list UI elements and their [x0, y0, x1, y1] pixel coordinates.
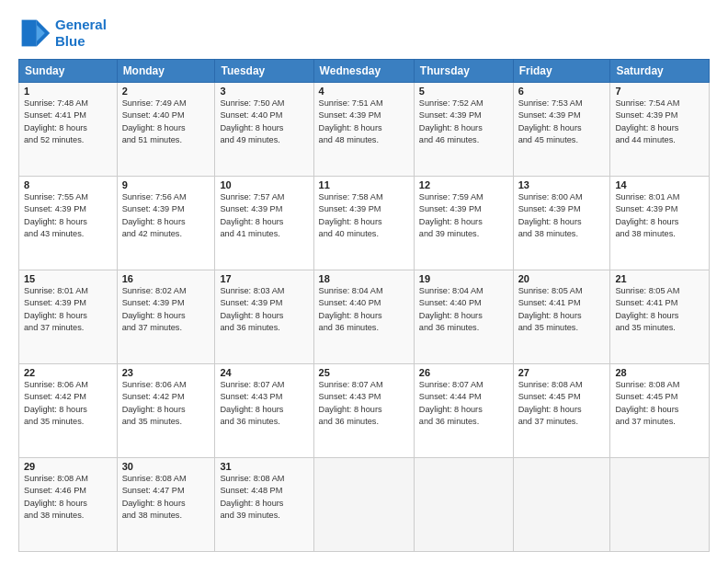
day-info: Sunrise: 8:05 AM Sunset: 4:41 PM Dayligh…: [518, 285, 606, 334]
day-cell: 11Sunrise: 7:58 AM Sunset: 4:39 PM Dayli…: [313, 177, 414, 270]
day-info: Sunrise: 8:08 AM Sunset: 4:47 PM Dayligh…: [122, 473, 210, 522]
day-number: 22: [24, 367, 112, 378]
day-cell: 10Sunrise: 7:57 AM Sunset: 4:39 PM Dayli…: [215, 177, 313, 270]
day-number: 9: [122, 179, 210, 190]
day-number: 7: [615, 86, 704, 97]
day-number: 6: [518, 86, 606, 97]
day-cell: 13Sunrise: 8:00 AM Sunset: 4:39 PM Dayli…: [513, 177, 610, 270]
col-header-thursday: Thursday: [414, 60, 513, 83]
day-info: Sunrise: 7:50 AM Sunset: 4:40 PM Dayligh…: [220, 98, 308, 146]
header: General Blue: [18, 17, 710, 50]
day-cell: 19Sunrise: 8:04 AM Sunset: 4:40 PM Dayli…: [414, 270, 513, 364]
day-number: 5: [419, 86, 508, 97]
day-number: 11: [319, 179, 409, 190]
day-info: Sunrise: 7:58 AM Sunset: 4:39 PM Dayligh…: [319, 191, 409, 240]
day-info: Sunrise: 7:54 AM Sunset: 4:39 PM Dayligh…: [615, 98, 704, 146]
col-header-sunday: Sunday: [19, 60, 118, 83]
week-row-5: 29Sunrise: 8:08 AM Sunset: 4:46 PM Dayli…: [19, 458, 710, 552]
day-number: 23: [122, 367, 210, 378]
day-info: Sunrise: 7:57 AM Sunset: 4:39 PM Dayligh…: [220, 191, 308, 240]
day-cell: 9Sunrise: 7:56 AM Sunset: 4:39 PM Daylig…: [117, 177, 215, 270]
col-header-tuesday: Tuesday: [215, 60, 313, 83]
day-info: Sunrise: 7:49 AM Sunset: 4:40 PM Dayligh…: [122, 98, 210, 146]
day-number: 13: [518, 179, 606, 190]
col-header-saturday: Saturday: [610, 60, 710, 83]
day-info: Sunrise: 8:02 AM Sunset: 4:39 PM Dayligh…: [122, 285, 210, 334]
day-info: Sunrise: 8:04 AM Sunset: 4:40 PM Dayligh…: [419, 285, 508, 334]
day-number: 26: [419, 367, 508, 378]
day-number: 18: [319, 273, 409, 284]
day-number: 30: [122, 461, 210, 472]
day-cell: [610, 458, 710, 552]
day-cell: 2Sunrise: 7:49 AM Sunset: 4:40 PM Daylig…: [117, 83, 215, 177]
day-cell: [513, 458, 610, 552]
day-info: Sunrise: 7:48 AM Sunset: 4:41 PM Dayligh…: [24, 98, 112, 146]
header-row: SundayMondayTuesdayWednesdayThursdayFrid…: [19, 60, 710, 83]
day-cell: 31Sunrise: 8:08 AM Sunset: 4:48 PM Dayli…: [215, 458, 313, 552]
day-number: 29: [24, 461, 112, 472]
day-number: 21: [615, 273, 704, 284]
day-number: 25: [319, 367, 409, 378]
day-cell: 5Sunrise: 7:52 AM Sunset: 4:39 PM Daylig…: [414, 83, 513, 177]
day-info: Sunrise: 7:59 AM Sunset: 4:39 PM Dayligh…: [419, 191, 508, 240]
day-number: 28: [615, 367, 704, 378]
logo: General Blue: [18, 17, 107, 50]
day-cell: 6Sunrise: 7:53 AM Sunset: 4:39 PM Daylig…: [513, 83, 610, 177]
day-info: Sunrise: 8:04 AM Sunset: 4:40 PM Dayligh…: [319, 285, 409, 334]
day-cell: 29Sunrise: 8:08 AM Sunset: 4:46 PM Dayli…: [19, 458, 118, 552]
day-cell: 14Sunrise: 8:01 AM Sunset: 4:39 PM Dayli…: [610, 177, 710, 270]
day-cell: 16Sunrise: 8:02 AM Sunset: 4:39 PM Dayli…: [117, 270, 215, 364]
day-number: 15: [24, 273, 112, 284]
day-cell: 18Sunrise: 8:04 AM Sunset: 4:40 PM Dayli…: [313, 270, 414, 364]
day-number: 27: [518, 367, 606, 378]
day-info: Sunrise: 8:01 AM Sunset: 4:39 PM Dayligh…: [615, 191, 704, 240]
day-cell: 3Sunrise: 7:50 AM Sunset: 4:40 PM Daylig…: [215, 83, 313, 177]
day-cell: 24Sunrise: 8:07 AM Sunset: 4:43 PM Dayli…: [215, 364, 313, 458]
day-number: 1: [24, 86, 112, 97]
day-cell: 30Sunrise: 8:08 AM Sunset: 4:47 PM Dayli…: [117, 458, 215, 552]
day-cell: 15Sunrise: 8:01 AM Sunset: 4:39 PM Dayli…: [19, 270, 118, 364]
day-number: 17: [220, 273, 308, 284]
day-cell: 28Sunrise: 8:08 AM Sunset: 4:45 PM Dayli…: [610, 364, 710, 458]
day-cell: 20Sunrise: 8:05 AM Sunset: 4:41 PM Dayli…: [513, 270, 610, 364]
day-info: Sunrise: 8:08 AM Sunset: 4:45 PM Dayligh…: [518, 379, 606, 428]
day-info: Sunrise: 7:52 AM Sunset: 4:39 PM Dayligh…: [419, 98, 508, 146]
week-row-2: 8Sunrise: 7:55 AM Sunset: 4:39 PM Daylig…: [19, 177, 710, 270]
day-info: Sunrise: 8:01 AM Sunset: 4:39 PM Dayligh…: [24, 285, 112, 334]
day-info: Sunrise: 8:08 AM Sunset: 4:46 PM Dayligh…: [24, 473, 112, 522]
day-info: Sunrise: 8:07 AM Sunset: 4:43 PM Dayligh…: [319, 379, 409, 428]
day-info: Sunrise: 8:07 AM Sunset: 4:44 PM Dayligh…: [419, 379, 508, 428]
day-info: Sunrise: 8:05 AM Sunset: 4:41 PM Dayligh…: [615, 285, 704, 334]
svg-rect-2: [22, 20, 37, 47]
day-number: 2: [122, 86, 210, 97]
col-header-monday: Monday: [117, 60, 215, 83]
day-number: 20: [518, 273, 606, 284]
day-number: 3: [220, 86, 308, 97]
col-header-friday: Friday: [513, 60, 610, 83]
day-cell: 12Sunrise: 7:59 AM Sunset: 4:39 PM Dayli…: [414, 177, 513, 270]
day-number: 12: [419, 179, 508, 190]
logo-icon: [18, 17, 51, 50]
day-cell: 7Sunrise: 7:54 AM Sunset: 4:39 PM Daylig…: [610, 83, 710, 177]
day-number: 31: [220, 461, 308, 472]
day-cell: [414, 458, 513, 552]
day-number: 14: [615, 179, 704, 190]
day-cell: 8Sunrise: 7:55 AM Sunset: 4:39 PM Daylig…: [19, 177, 118, 270]
day-info: Sunrise: 8:03 AM Sunset: 4:39 PM Dayligh…: [220, 285, 308, 334]
day-cell: 4Sunrise: 7:51 AM Sunset: 4:39 PM Daylig…: [313, 83, 414, 177]
day-number: 16: [122, 273, 210, 284]
day-info: Sunrise: 8:08 AM Sunset: 4:48 PM Dayligh…: [220, 473, 308, 522]
day-cell: [313, 458, 414, 552]
week-row-4: 22Sunrise: 8:06 AM Sunset: 4:42 PM Dayli…: [19, 364, 710, 458]
day-info: Sunrise: 7:51 AM Sunset: 4:39 PM Dayligh…: [319, 98, 409, 146]
day-info: Sunrise: 8:08 AM Sunset: 4:45 PM Dayligh…: [615, 379, 704, 428]
day-number: 24: [220, 367, 308, 378]
day-info: Sunrise: 7:53 AM Sunset: 4:39 PM Dayligh…: [518, 98, 606, 146]
day-number: 10: [220, 179, 308, 190]
page: General Blue SundayMondayTuesdayWednesda…: [0, 0, 728, 563]
week-row-1: 1Sunrise: 7:48 AM Sunset: 4:41 PM Daylig…: [19, 83, 710, 177]
day-info: Sunrise: 8:06 AM Sunset: 4:42 PM Dayligh…: [24, 379, 112, 428]
day-info: Sunrise: 7:56 AM Sunset: 4:39 PM Dayligh…: [122, 191, 210, 240]
day-info: Sunrise: 7:55 AM Sunset: 4:39 PM Dayligh…: [24, 191, 112, 240]
col-header-wednesday: Wednesday: [313, 60, 414, 83]
